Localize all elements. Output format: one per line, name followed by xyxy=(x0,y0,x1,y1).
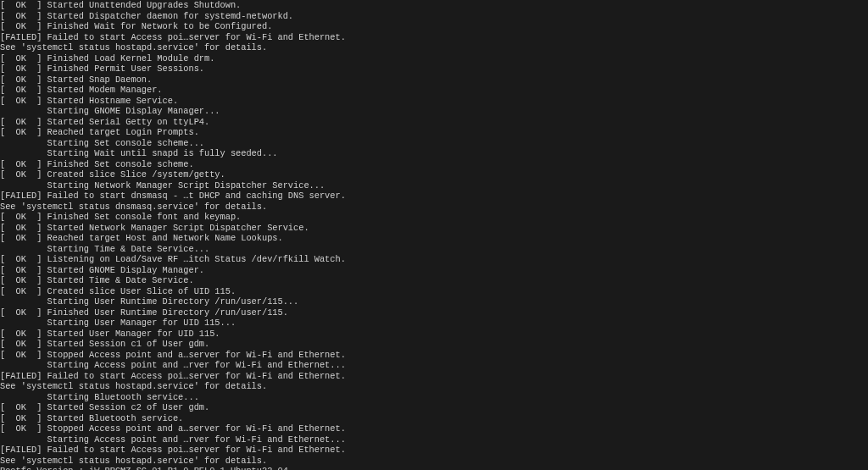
boot-line-starting: Starting Access point and …rver for Wi-F… xyxy=(0,434,868,445)
boot-line-ok: [ OK ] Listening on Load/Save RF …itch S… xyxy=(0,254,868,265)
boot-line-failed: [FAILED] Failed to start Access poi…serv… xyxy=(0,32,868,43)
boot-line-ok: [ OK ] Finished Permit User Sessions. xyxy=(0,64,868,75)
boot-line-ok: [ OK ] Started Modem Manager. xyxy=(0,85,868,96)
boot-line-starting: Starting Bluetooth service... xyxy=(0,392,868,403)
boot-line-ok: [ OK ] Started Bluetooth service. xyxy=(0,413,868,424)
boot-line-note: See 'systemctl status dnsmasq.service' f… xyxy=(0,202,868,213)
boot-line-starting: Starting Set console scheme... xyxy=(0,138,868,149)
boot-line-starting: Starting User Runtime Directory /run/use… xyxy=(0,296,868,307)
boot-line-failed: [FAILED] Failed to start Access poi…serv… xyxy=(0,445,868,456)
rootfs-version-line: Rootfs Version : iW-PRGMZ-SC-01-R1.0-REL… xyxy=(0,466,868,470)
boot-line-ok: [ OK ] Reached target Login Prompts. xyxy=(0,127,868,138)
boot-line-ok: [ OK ] Started Dispatcher daemon for sys… xyxy=(0,11,868,22)
boot-line-ok: [ OK ] Started Snap Daemon. xyxy=(0,75,868,86)
boot-line-ok: [ OK ] Started Unattended Upgrades Shutd… xyxy=(0,0,868,11)
boot-line-starting: Starting Network Manager Script Dispatch… xyxy=(0,180,868,191)
boot-line-ok: [ OK ] Created slice Slice /system/getty… xyxy=(0,169,868,180)
boot-line-starting: Starting Wait until snapd is fully seede… xyxy=(0,148,868,159)
boot-line-ok: [ OK ] Finished Load Kernel Module drm. xyxy=(0,53,868,64)
boot-console[interactable]: [ OK ] Started Unattended Upgrades Shutd… xyxy=(0,0,868,470)
boot-line-ok: [ OK ] Finished Set console scheme. xyxy=(0,159,868,170)
boot-line-ok: [ OK ] Reached target Host and Network N… xyxy=(0,233,868,244)
boot-line-note: See 'systemctl status hostapd.service' f… xyxy=(0,456,868,467)
boot-line-ok: [ OK ] Started GNOME Display Manager. xyxy=(0,265,868,276)
boot-line-ok: [ OK ] Finished Set console font and key… xyxy=(0,212,868,223)
boot-line-note: See 'systemctl status hostapd.service' f… xyxy=(0,42,868,53)
boot-line-starting: Starting Access point and …rver for Wi-F… xyxy=(0,360,868,371)
boot-line-ok: [ OK ] Stopped Access point and a…server… xyxy=(0,423,868,434)
boot-line-ok: [ OK ] Started Session c2 of User gdm. xyxy=(0,402,868,413)
boot-line-failed: [FAILED] Failed to start Access poi…serv… xyxy=(0,371,868,382)
boot-line-ok: [ OK ] Started Hostname Service. xyxy=(0,96,868,107)
boot-line-ok: [ OK ] Started Session c1 of User gdm. xyxy=(0,339,868,350)
boot-line-ok: [ OK ] Started Time & Date Service. xyxy=(0,275,868,286)
boot-line-ok: [ OK ] Created slice User Slice of UID 1… xyxy=(0,286,868,297)
boot-line-starting: Starting GNOME Display Manager... xyxy=(0,106,868,117)
boot-line-starting: Starting User Manager for UID 115... xyxy=(0,318,868,329)
boot-line-ok: [ OK ] Started Network Manager Script Di… xyxy=(0,223,868,234)
boot-log-lines: [ OK ] Started Unattended Upgrades Shutd… xyxy=(0,0,868,466)
boot-line-failed: [FAILED] Failed to start dnsmasq - …t DH… xyxy=(0,191,868,202)
boot-line-ok: [ OK ] Finished User Runtime Directory /… xyxy=(0,307,868,318)
boot-line-starting: Starting Time & Date Service... xyxy=(0,244,868,255)
boot-line-ok: [ OK ] Started User Manager for UID 115. xyxy=(0,329,868,340)
boot-line-note: See 'systemctl status hostapd.service' f… xyxy=(0,381,868,392)
boot-line-ok: [ OK ] Finished Wait for Network to be C… xyxy=(0,21,868,32)
boot-line-ok: [ OK ] Stopped Access point and a…server… xyxy=(0,350,868,361)
boot-line-ok: [ OK ] Started Serial Getty on ttyLP4. xyxy=(0,117,868,128)
